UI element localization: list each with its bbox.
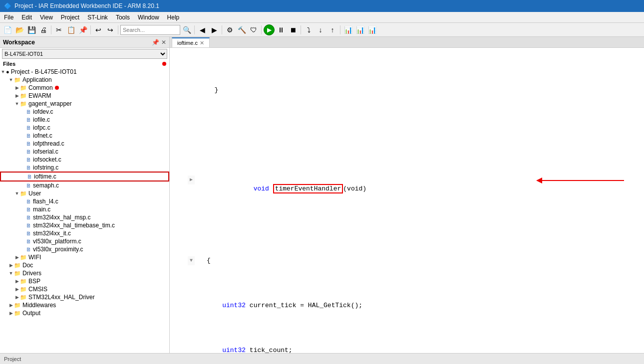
workspace-selector[interactable]: B-L475E-IOT01: [2, 49, 167, 59]
toolbar-nav-back[interactable]: ◀: [197, 24, 208, 35]
tree-item-main[interactable]: 🗎 main.c: [0, 205, 169, 213]
toolbar-paste[interactable]: 📌: [77, 24, 88, 35]
toolbar-cut[interactable]: ✂: [53, 24, 64, 35]
editor-panel: ioftime.c ✕ }: [170, 37, 644, 353]
expand-icon: [20, 165, 26, 171]
tree-item-doc[interactable]: ▶ 📁 Doc: [0, 261, 169, 269]
toolbar-save[interactable]: 💾: [26, 24, 37, 35]
expand-icon: ▼: [0, 69, 6, 75]
toolbar-step-over[interactable]: ⤵: [303, 24, 314, 35]
menu-stlink[interactable]: ST-Link: [83, 13, 112, 22]
tree-item-vl53l0x-platform[interactable]: 🗎 vl53l0x_platform.c: [0, 237, 169, 245]
file-icon: 🗎: [26, 149, 31, 155]
tree-item-output[interactable]: ▶ 📁 Output: [0, 309, 169, 317]
toolbar-step-into[interactable]: ↓: [315, 24, 326, 35]
tree-item-iofpc[interactable]: 🗎 iofpc.c: [0, 124, 169, 132]
tree-item-user[interactable]: ▼ 📁 User: [0, 189, 169, 197]
folder-icon: 📁: [14, 270, 21, 277]
toolbar-compile[interactable]: ⚙: [224, 24, 235, 35]
tree-label-gagent-wrapper: gagent_wrapper: [28, 100, 72, 107]
tree-item-iofserial[interactable]: 🗎 iofserial.c: [0, 148, 169, 156]
menu-project[interactable]: Project: [57, 13, 83, 22]
toolbar-pause[interactable]: ⏸: [276, 24, 287, 35]
expand-icon: [20, 222, 26, 228]
tree-item-stm32-it[interactable]: 🗎 stm32l4xx_it.c: [0, 229, 169, 237]
tree-item-semaph[interactable]: 🗎 semaph.c: [0, 182, 169, 189]
sep7: [301, 25, 301, 34]
tree-item-stm32l4-hal-driver[interactable]: ▶ 📁 STM32L4xx_HAL_Driver: [0, 293, 169, 301]
toolbar-stop[interactable]: ⏹: [288, 24, 299, 35]
tree-item-application[interactable]: ▼ 📁 Application: [0, 76, 169, 84]
toolbar-print[interactable]: 🖨: [38, 24, 49, 35]
folder-icon: 📁: [14, 302, 21, 309]
tree-item-iofnet[interactable]: 🗎 iofnet.c: [0, 132, 169, 140]
tab-ioftime[interactable]: ioftime.c ✕: [172, 37, 210, 47]
tree-label-iofpc: iofpc.c: [33, 124, 50, 131]
tree-item-flash-l4[interactable]: 🗎 flash_l4.c: [0, 197, 169, 205]
tree-item-vl53l0x-proximity[interactable]: 🗎 vl53l0x_proximity.c: [0, 245, 169, 253]
toolbar-search-input[interactable]: [120, 25, 180, 35]
file-icon: 🗎: [26, 198, 31, 204]
toolbar-step-out[interactable]: ↑: [327, 24, 338, 35]
tree-item-wifi[interactable]: ▶ 📁 WIFI: [0, 253, 169, 261]
toolbar-copy[interactable]: 📋: [65, 24, 76, 35]
expand-icon: [20, 206, 26, 212]
tree-label-middlewares: Middlewares: [22, 302, 56, 309]
menu-view[interactable]: View: [36, 13, 57, 22]
tree-label-iofpthread: iofpthread.c: [33, 140, 64, 147]
tree-item-bsp[interactable]: ▶ 📁 BSP: [0, 277, 169, 285]
expand-icon: ▶: [14, 93, 20, 99]
tab-close-ioftime[interactable]: ✕: [200, 40, 204, 46]
tree-label-ioftime: ioftime.c: [34, 173, 56, 180]
expand-icon: ▶: [8, 262, 14, 268]
tab-label-ioftime: ioftime.c: [177, 40, 198, 46]
folder-icon: 📁: [14, 77, 21, 83]
toolbar-new[interactable]: 📄: [2, 24, 13, 35]
workspace-header: Workspace 📌 ✕: [0, 37, 169, 48]
tree-label-iofdev: iofdev.c: [33, 108, 53, 115]
tree-item-iofpthread[interactable]: 🗎 iofpthread.c: [0, 140, 169, 148]
expand-icon: [20, 125, 26, 131]
tree-label-ewarm: EWARM: [28, 92, 51, 99]
menu-window[interactable]: Window: [134, 13, 163, 22]
workspace-pin[interactable]: 📌: [152, 39, 159, 46]
toolbar-redo[interactable]: ↪: [105, 24, 116, 35]
tree-item-stm32-hal-timebase[interactable]: 🗎 stm32l4xx_hal_timebase_tim.c: [0, 221, 169, 229]
toolbar-dbg3[interactable]: 📊: [366, 24, 377, 35]
toolbar-dbg1[interactable]: 📊: [342, 24, 353, 35]
folder-icon: 📁: [20, 190, 27, 197]
tree-item-gagent-wrapper[interactable]: ▼ 📁 gagent_wrapper: [0, 100, 169, 108]
toolbar-undo[interactable]: ↩: [93, 24, 104, 35]
tree-item-cmsis[interactable]: ▶ 📁 CMSIS: [0, 285, 169, 293]
folder-icon: 📁: [20, 286, 27, 293]
tree-item-middlewares[interactable]: ▶ 📁 Middlewares: [0, 301, 169, 309]
file-tree: ▼ ● Project - B-L475E-IOT01 ▼ 📁 Applicat…: [0, 68, 169, 353]
toolbar-shield[interactable]: 🛡: [248, 24, 259, 35]
toolbar-open[interactable]: 📂: [14, 24, 25, 35]
toolbar-search-btn[interactable]: 🔍: [181, 24, 192, 35]
tree-item-ewarm[interactable]: ▶ 📁 EWARM: [0, 92, 169, 100]
menu-file[interactable]: File: [0, 13, 17, 22]
tree-item-stm32-hal-msp[interactable]: 🗎 stm32l4xx_hal_msp.c: [0, 213, 169, 221]
toolbar-nav-fwd[interactable]: ▶: [209, 24, 220, 35]
expand-icon: [20, 133, 26, 139]
toolbar-run[interactable]: ▶: [264, 24, 275, 35]
tree-item-iofile[interactable]: 🗎 iofile.c: [0, 116, 169, 124]
toolbar-build[interactable]: 🔨: [236, 24, 247, 35]
file-icon: 🗎: [26, 214, 31, 220]
tree-item-iofdev[interactable]: 🗎 iofdev.c: [0, 108, 169, 116]
file-icon: 🗎: [26, 165, 31, 171]
bottom-bar: Project: [0, 353, 644, 364]
code-wrapper[interactable]: } ▶ void timerEventHandler(void): [170, 48, 644, 353]
menu-tools[interactable]: Tools: [112, 13, 134, 22]
tree-item-common[interactable]: ▶ 📁 Common: [0, 84, 169, 92]
workspace-close[interactable]: ✕: [161, 39, 166, 46]
tree-item-drivers[interactable]: ▼ 📁 Drivers: [0, 269, 169, 277]
toolbar-dbg2[interactable]: 📊: [354, 24, 365, 35]
tree-item-project-root[interactable]: ▼ ● Project - B-L475E-IOT01: [0, 68, 169, 76]
tree-item-iofsocket[interactable]: 🗎 iofsocket.c: [0, 156, 169, 164]
tree-item-ioftime[interactable]: 🗎 ioftime.c: [0, 172, 169, 182]
menu-edit[interactable]: Edit: [17, 13, 36, 22]
tree-item-iofstring[interactable]: 🗎 iofstring.c: [0, 164, 169, 172]
menu-help[interactable]: Help: [163, 13, 184, 22]
